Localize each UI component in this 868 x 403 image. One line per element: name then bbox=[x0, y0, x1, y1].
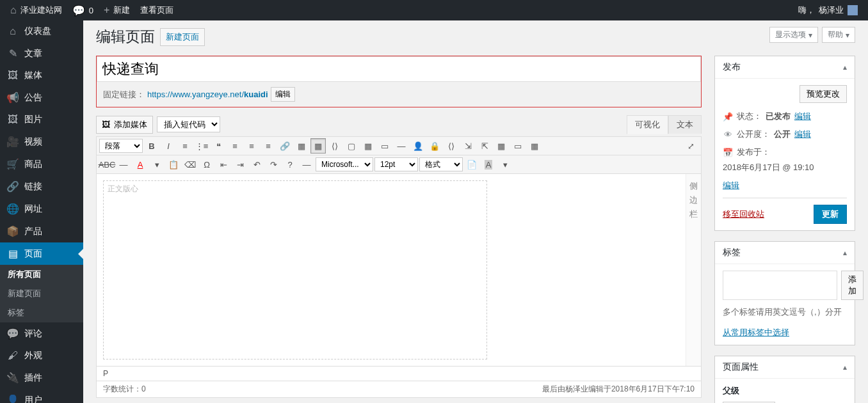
admin-bar-site[interactable]: ⌂ 泽业建站网 bbox=[5, 0, 67, 20]
view-page-label: 查看页面 bbox=[140, 4, 173, 16]
greeting: 嗨， bbox=[798, 4, 815, 16]
comment-icon: 💬 bbox=[72, 4, 85, 17]
admin-bar-user[interactable]: 嗨， 杨泽业 bbox=[793, 0, 863, 20]
admin-bar-comments[interactable]: 💬 0 bbox=[67, 0, 99, 20]
admin-bar-new[interactable]: + 新建 bbox=[99, 0, 135, 20]
site-name: 泽业建站网 bbox=[20, 4, 62, 16]
home-icon: ⌂ bbox=[10, 4, 17, 16]
admin-bar-view-page[interactable]: 查看页面 bbox=[135, 0, 179, 20]
avatar-icon bbox=[848, 5, 858, 15]
new-label: 新建 bbox=[113, 4, 130, 16]
admin-bar: ⌂ 泽业建站网 💬 0 + 新建 查看页面 嗨， 杨泽业 bbox=[0, 0, 868, 20]
plus-icon: + bbox=[104, 4, 109, 16]
username: 杨泽业 bbox=[819, 4, 844, 16]
comment-count: 0 bbox=[89, 6, 93, 15]
